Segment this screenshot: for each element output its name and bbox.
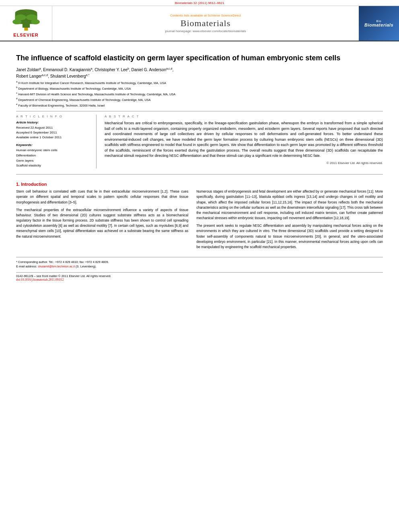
sciverse-brand[interactable]: SciVerse ScienceDirect bbox=[208, 14, 241, 17]
intro-para-3: Numerous stages of embryogenesis and fet… bbox=[196, 189, 383, 221]
corresponding-author: * Corresponding author. Tel.: +972 4 829… bbox=[16, 260, 383, 264]
journal-name: Biomaterials bbox=[181, 18, 230, 29]
email-address: E-mail address: shulamit@bm.technion.ac.… bbox=[16, 264, 383, 269]
authors-line-2: Robert Langera,c,d, Shulamit Levenberge,… bbox=[16, 74, 383, 78]
accepted-date: Accepted 6 September 2011 bbox=[16, 130, 90, 135]
journal-title-area: Contents lists available at SciVerse Sci… bbox=[52, 6, 359, 41]
article-info-abstract-row: A R T I C L E I N F O Article history: R… bbox=[16, 115, 383, 168]
footnote-area: * Corresponding author. Tel.: +972 4 829… bbox=[16, 257, 383, 269]
elsevier-label: ELSEVIER bbox=[13, 33, 38, 37]
email-link[interactable]: shulamit@bm.technion.ac.il bbox=[38, 265, 75, 268]
affiliation-b: b Department of Biology, Massachusetts I… bbox=[16, 86, 383, 91]
intro-left-text: Stem cell behaviour is correlated with c… bbox=[16, 189, 188, 239]
intro-para-2: The mechanical properties of the extrace… bbox=[16, 207, 188, 239]
keywords-list: Human embryonic stem cells Differentiati… bbox=[16, 148, 90, 168]
affiliation-e: e Faculty of Biomedical Engineering, Tec… bbox=[16, 103, 383, 108]
affiliation-c: c Harvard-MIT Division of Health Science… bbox=[16, 91, 383, 97]
abstract-text: Mechanical forces are critical to embryo… bbox=[105, 121, 383, 159]
biomaterials-logo-text: Biomaterials bbox=[364, 23, 393, 27]
elsevier-logo-area: ELSEVIER bbox=[0, 6, 52, 41]
intro-para-4: The present work seeks to regulate hESC … bbox=[196, 223, 383, 250]
copyright-line: © 2011 Elsevier Ltd. All rights reserved… bbox=[105, 161, 383, 165]
keyword-1: Human embryonic stem cells bbox=[16, 148, 90, 153]
journal-homepage: journal homepage: www.elsevier.com/locat… bbox=[165, 29, 246, 33]
history-label: Article history: bbox=[16, 121, 90, 124]
authors-text-2: Robert Langera,c,d, Shulamit Levenberge,… bbox=[16, 74, 89, 78]
article-dates: Received 22 August 2011 Accepted 6 Septe… bbox=[16, 125, 90, 140]
intro-para-1: Stem cell behaviour is correlated with c… bbox=[16, 189, 188, 205]
intro-left-col: Stem cell behaviour is correlated with c… bbox=[16, 189, 188, 252]
intro-right-col: Numerous stages of embryogenesis and fet… bbox=[196, 189, 383, 252]
svg-point-7 bbox=[12, 19, 21, 25]
article-info-column: A R T I C L E I N F O Article history: R… bbox=[16, 115, 97, 168]
article-info-heading: A R T I C L E I N F O bbox=[16, 115, 90, 118]
received-date: Received 22 August 2011 bbox=[16, 125, 90, 130]
keyword-3: Germ layers bbox=[16, 158, 90, 164]
svg-point-8 bbox=[31, 19, 39, 25]
elsevier-tree-icon bbox=[10, 9, 42, 31]
sciverse-link: Contents lists available at SciVerse Sci… bbox=[170, 14, 241, 17]
divider-2 bbox=[16, 174, 383, 175]
available-date: Available online 1 October 2011 bbox=[16, 135, 90, 140]
divider-1 bbox=[16, 111, 383, 111]
abstract-heading: A B S T R A C T bbox=[105, 115, 383, 118]
article-container: The influence of scaffold elasticity on … bbox=[0, 41, 399, 288]
journal-header: Biomaterials 32 (2011) 9612–9621 ELSEVIE… bbox=[0, 0, 399, 41]
intro-right-text: Numerous stages of embryogenesis and fet… bbox=[196, 189, 383, 250]
doi-line: doi:10.1016/j.biomaterials.2011.09.012 bbox=[16, 278, 383, 281]
article-title: The influence of scaffold elasticity on … bbox=[16, 53, 383, 63]
affiliations: a H Koch Institute for Integrative Cance… bbox=[16, 80, 383, 108]
introduction-section: 1. Introduction Stem cell behaviour is c… bbox=[16, 182, 383, 252]
keyword-4: Scaffold elasticity bbox=[16, 163, 90, 168]
bottom-bar: 0142-9612/$ – see front matter © 2011 El… bbox=[16, 272, 383, 278]
journal-reference: Biomaterials 32 (2011) 9612–9621 bbox=[0, 0, 399, 6]
keywords-heading: Keywords: bbox=[16, 143, 90, 147]
issn-line: 0142-9612/$ – see front matter © 2011 El… bbox=[16, 274, 111, 278]
intro-body: Stem cell behaviour is correlated with c… bbox=[16, 189, 383, 252]
elsevier-logo: ELSEVIER bbox=[10, 9, 42, 37]
biomaterials-logo-box: Bio Biomaterials bbox=[359, 6, 399, 41]
affiliation-a: a H Koch Institute for Integrative Cance… bbox=[16, 80, 383, 85]
affiliation-d: d Department of Chemical Engineering, Ma… bbox=[16, 97, 383, 102]
abstract-column: A B S T R A C T Mechanical forces are cr… bbox=[105, 115, 383, 168]
intro-heading: 1. Introduction bbox=[16, 182, 383, 187]
authors-line: Janet Zoldana, Emmanouil D. Karagiannisa… bbox=[16, 67, 383, 72]
keyword-2: Differentiation bbox=[16, 153, 90, 158]
authors-text: Janet Zoldana, Emmanouil D. Karagiannisa… bbox=[16, 68, 173, 72]
